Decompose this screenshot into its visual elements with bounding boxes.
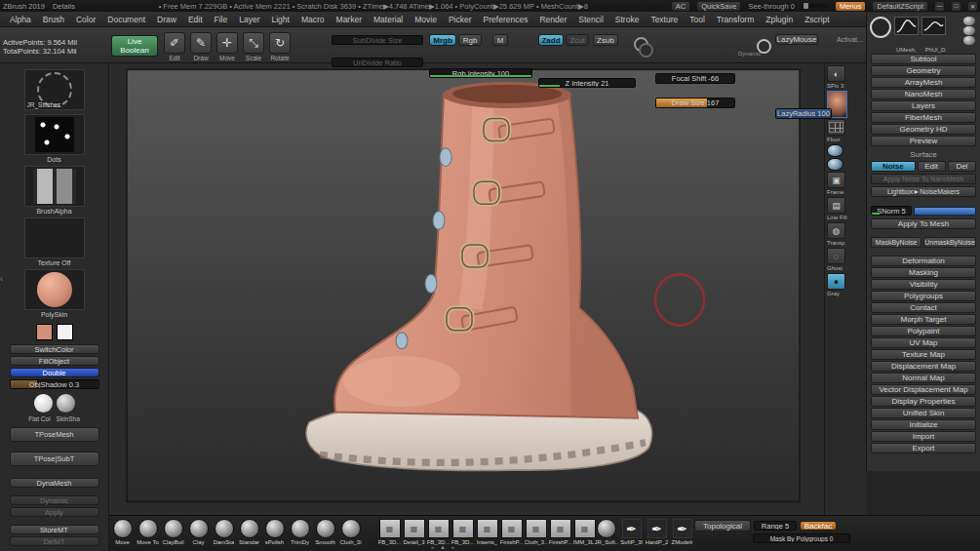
switch-color-button[interactable]: SwitchColor [10,344,99,354]
bottom-tray-handle[interactable]: « ▲ » [431,544,456,550]
pen-icon[interactable]: ✒ [673,519,692,538]
menu-item[interactable]: Draw [151,15,182,24]
panel-section-button[interactable]: Displacement Map [871,361,976,372]
gray-toggle[interactable]: ● [827,273,845,290]
brush-shortcut[interactable]: Smooth [314,519,336,545]
brush-shortcut[interactable]: sPolish [263,519,286,545]
insert-mesh-item[interactable]: ▦ FinishP... [549,519,571,545]
insert-mesh-item[interactable]: ▦ Detail_3 [403,519,425,545]
insert-mesh-item[interactable]: ▦ FinishP... [500,519,523,545]
brush-icon[interactable] [597,519,616,538]
menu-item[interactable]: Document [101,15,151,24]
insert-mesh-icon[interactable]: ▦ [404,519,425,538]
insert-mesh-icon[interactable]: ▦ [477,519,498,538]
brush-icon[interactable] [341,519,361,538]
current-stroke-thumbnail[interactable] [24,114,85,155]
panel-section-button[interactable]: Polypaint [871,326,976,336]
menu-item[interactable]: File [209,15,234,24]
insert-mesh-icon[interactable]: ▦ [501,519,523,538]
menu-item[interactable]: Texture [645,15,684,24]
panel-section-button[interactable]: Polygroups [871,291,976,301]
insert-mesh-icon[interactable]: ▦ [574,519,596,538]
insert-mesh-item[interactable]: ▦ FB_3D... [427,519,450,545]
insert-mesh-item[interactable]: ▦ FB_3D... [451,519,474,545]
noise-del-button[interactable]: Del [948,161,976,172]
objshadow-slider[interactable]: ObjShadow 0.3 [10,379,99,389]
double-button[interactable]: Double [10,368,99,377]
menu-item[interactable]: Preferences [478,15,534,24]
brush-shortcut[interactable]: Cloth_3l [339,519,362,545]
menu-item[interactable]: Stroke [609,15,646,24]
panel-section-button[interactable]: ArrayMesh [871,77,976,88]
insert-mesh-item[interactable]: ▦ Cloth_3... [525,519,547,545]
mode-icon[interactable]: ✛ [216,32,238,54]
apply-noise-nanomesh-button[interactable]: Apply Noise To NanoMesh [871,174,976,184]
panel-section-button[interactable]: Masking [871,267,976,278]
menu-item[interactable]: Zplugin [760,15,799,24]
undivide-ratio-slider[interactable]: UnDivide Ratio [332,58,423,67]
tpose-subt-button[interactable]: TPose|SubT [10,452,99,466]
pen-icon[interactable]: ✒ [622,519,642,538]
noise-button[interactable]: Noise [871,161,916,172]
noise-edit-button[interactable]: Edit [918,161,946,172]
panel-section-button[interactable]: Display Properties [871,396,976,407]
menu-item[interactable]: Marker [331,15,368,24]
minimize-button[interactable]: — [935,2,944,11]
panel-section-button[interactable]: Layers [871,100,976,111]
panel-section-button[interactable]: Deformation [871,256,976,266]
snorm-slider[interactable]: SNorm 5 [871,206,912,216]
brush-shortcut[interactable]: Move To [137,519,159,545]
panel-section-button[interactable]: Unified Skin [871,408,976,418]
current-texture-thumbnail[interactable] [24,217,85,258]
panel-section-button[interactable]: Visibility [871,279,976,290]
details-button[interactable]: Details [53,2,75,11]
unmask-by-noise-button[interactable]: UnmaskByNoise [923,237,976,248]
z-intensity-slider[interactable]: Z Intensity 21 [538,78,636,88]
active-tool-icon[interactable] [870,17,891,38]
panel-section-button[interactable]: Morph Target [871,314,976,325]
panel-section-button[interactable]: Texture Map [871,349,976,360]
backface-button[interactable]: Backfac [800,521,837,531]
pen-brush[interactable]: ✒ SoftP_3l [620,519,643,545]
menu-item[interactable]: Picker [443,15,478,24]
brush-icon[interactable] [291,519,310,538]
draw-size-slider[interactable]: Draw Size 167 [655,98,735,108]
default-zscript-button[interactable]: DefaultZScript [873,2,927,11]
mode-icon[interactable]: ⤡ [243,32,264,54]
menu-item[interactable]: Brush [37,15,70,24]
document-canvas[interactable] [109,63,824,515]
secondary-color-swatch[interactable] [57,324,73,340]
perspective-icons[interactable] [827,144,843,171]
m-button[interactable]: M [492,34,508,46]
panel-section-button[interactable]: Import [871,431,976,442]
close-button[interactable]: ✕ [968,2,977,11]
subdivide-size-slider[interactable]: SubDivide Size [332,35,423,45]
mode-icon[interactable]: ↻ [269,32,291,54]
panel-section-button[interactable]: Contact [871,302,976,313]
menu-item[interactable]: Alpha [4,15,37,24]
material-skinshade-ball[interactable] [57,394,75,413]
rgb-button[interactable]: Rgb [458,34,482,46]
maximize-button[interactable]: □ [952,2,960,11]
brush-icon[interactable] [316,519,335,538]
menu-item[interactable]: Render [533,15,572,24]
material-flatcolor-ball[interactable] [34,394,53,413]
mode-icon[interactable]: ✎ [190,32,212,54]
menus-button[interactable]: Menus [836,2,866,11]
pen-brush[interactable]: ✒ HardP_2 [646,519,668,545]
topological-button[interactable]: Topological [694,520,751,531]
lazymouse-button[interactable]: LazyMouse [775,34,818,45]
main-color-swatch[interactable] [36,324,53,340]
pen-brush[interactable]: ✒ ZModelr [671,519,693,545]
panel-section-button[interactable]: FiberMesh [871,112,976,123]
insert-mesh-icon[interactable]: ▦ [526,519,547,538]
mode-button[interactable]: ✐ Edit [164,32,185,61]
focal-shift-slider[interactable]: Focal Shift -66 [655,73,735,84]
floor-grid-icon[interactable] [827,119,845,136]
panel-section-button[interactable]: UV Map [871,337,976,348]
apply-to-mesh-button[interactable]: Apply To Mesh [871,218,976,229]
brush-icon[interactable] [215,519,234,538]
dynamic-button[interactable]: Dynamic [10,495,99,505]
tool-thumbnail-1[interactable] [894,17,919,35]
menu-item[interactable]: Movie [409,15,443,24]
